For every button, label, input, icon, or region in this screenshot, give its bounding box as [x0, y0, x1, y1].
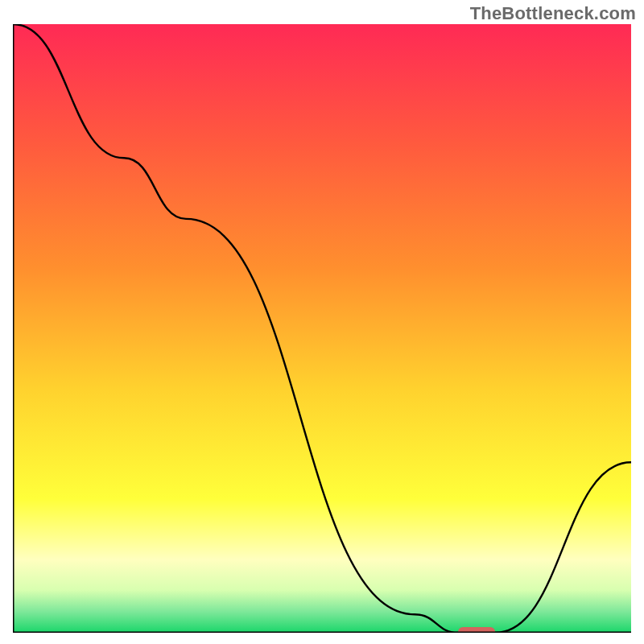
chart-container: TheBottleneck.com: [0, 0, 644, 644]
chart-svg: [13, 24, 631, 633]
plot-frame: [13, 24, 631, 633]
gradient-background: [13, 24, 631, 633]
watermark-text: TheBottleneck.com: [470, 3, 636, 24]
